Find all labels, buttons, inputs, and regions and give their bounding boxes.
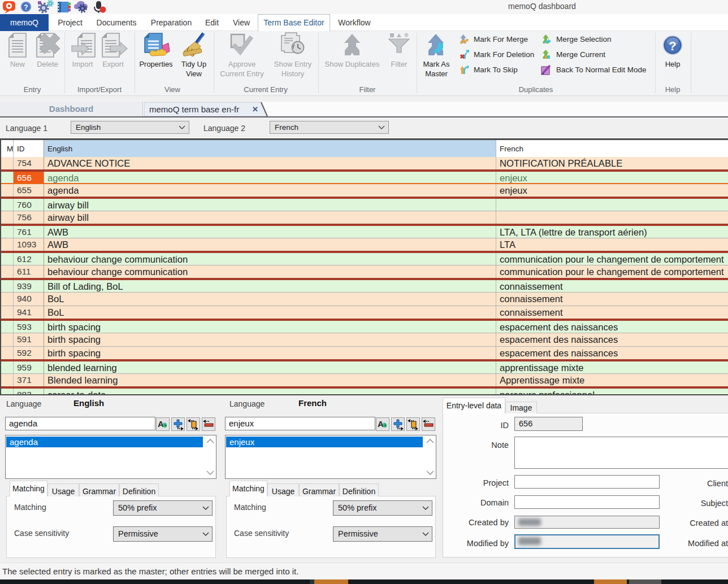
svg-text:A: A <box>378 419 384 429</box>
svg-text:A: A <box>158 419 164 429</box>
svg-text:✕: ✕ <box>252 105 258 114</box>
svg-text:?: ? <box>24 3 28 11</box>
svg-text:?: ? <box>669 39 676 53</box>
svg-text:memoQ term base en-fr: memoQ term base en-fr <box>149 104 239 114</box>
